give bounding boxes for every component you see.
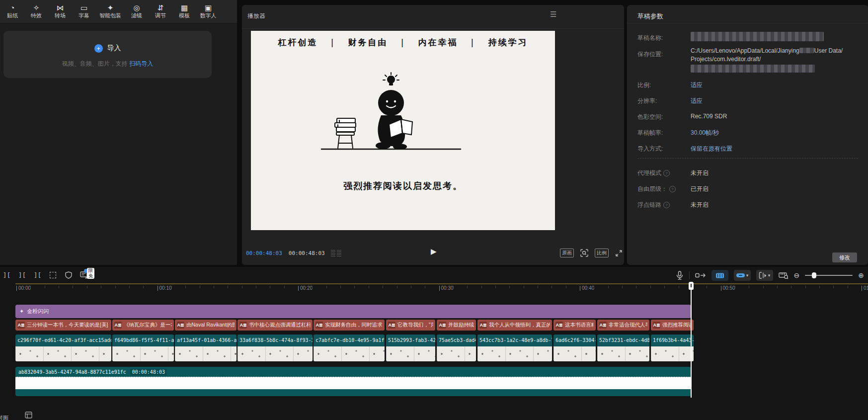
- preview-axis-button[interactable]: ▾: [756, 270, 773, 281]
- link-mode-button[interactable]: ▾: [734, 270, 751, 281]
- timeline-ruler[interactable]: 00:0000:1000:2000:3000:4000:5001:00: [0, 285, 868, 295]
- subtitle-clip[interactable]: A≣我个人从中领悟到，真正的富: [477, 320, 552, 331]
- toolbar-captions[interactable]: ▭字幕: [76, 4, 92, 19]
- import-button[interactable]: + 导入: [3, 44, 212, 53]
- timeline: ][ ][ ][ 限免: [0, 267, 868, 420]
- subtitle-clip[interactable]: A≣并鼓励持续学: [437, 320, 476, 331]
- subtitle-clip[interactable]: A≣三分钟读一本书，今天要读的是[美] 埃: [15, 320, 111, 331]
- video-clip[interactable]: 75ae5cb3-dad4-: [437, 335, 476, 361]
- subtitle-clip[interactable]: A≣强烈推荐阅读: [651, 320, 694, 331]
- player-controls: 00:00:48:03 00:00:48:03 ▶ 原画 比例: [242, 247, 624, 259]
- ruler-tick: [87, 286, 87, 288]
- modify-button[interactable]: 修改: [832, 252, 857, 262]
- split-left-icon[interactable]: ][: [2, 271, 11, 279]
- player-panel: 播放器 ☰ 杠杆创造|财务自由|内在幸福|持续学习: [242, 5, 624, 265]
- toolbar-effects[interactable]: ✧特效: [28, 4, 45, 19]
- split-right-icon[interactable]: ][: [33, 271, 42, 279]
- zoom-slider-thumb[interactable]: [812, 272, 816, 278]
- import-caption: 视频、音频、图片，支持 扫码导入: [3, 60, 212, 68]
- video-preview[interactable]: 杠杆创造|财务自由|内在幸福|持续学习: [251, 31, 555, 230]
- toolbar-filters[interactable]: ◎滤镜: [128, 4, 145, 19]
- playhead[interactable]: [689, 282, 694, 398]
- subtitle-clip[interactable]: A≣实现财务自由，同时追求内: [314, 320, 385, 331]
- player-menu-icon[interactable]: ☰: [550, 10, 556, 19]
- video-clip[interactable]: 33a6f838-5b8c-474a-8f93-353: [237, 335, 313, 361]
- record-voice-icon[interactable]: [676, 271, 684, 280]
- ruler-tick: [622, 286, 623, 288]
- ruler-tick: [354, 286, 355, 288]
- zoom-out-icon[interactable]: ⊖: [794, 272, 800, 279]
- ratio-value[interactable]: 适应: [691, 81, 703, 89]
- transition-icon: ⋈: [57, 4, 64, 11]
- video-menu-item: 财务自由: [335, 37, 401, 48]
- ruler-tick: [735, 286, 735, 288]
- video-clip[interactable]: f649bd86-f5f5-4f11-ae32: [112, 335, 174, 361]
- video-menu-item: 持续学习: [475, 37, 541, 48]
- effects-icon: ✧: [33, 4, 40, 11]
- video-clip[interactable]: 515b2993-fab3-426: [386, 335, 435, 361]
- help-icon[interactable]: ?: [663, 202, 670, 208]
- effect-track-gold-sparkle[interactable]: ✦ 金粉闪闪: [15, 305, 691, 318]
- plus-icon: +: [94, 44, 103, 53]
- subtitle-clip[interactable]: A≣这本书语言精: [553, 320, 596, 331]
- scan-import-link[interactable]: 扫码导入: [129, 60, 153, 67]
- video-clip-thumbnails: [477, 346, 552, 361]
- frames-grid-icon[interactable]: [331, 250, 341, 256]
- audio-track-clip[interactable]: ab832049-3ab5-4247-94a8-8877c11e91fc 00:…: [15, 367, 691, 396]
- sparkle-icon: ✦: [19, 308, 24, 315]
- help-icon[interactable]: ?: [669, 186, 676, 192]
- resolution-value[interactable]: 适应: [691, 97, 703, 105]
- adjust-icon: ⇵: [158, 4, 164, 11]
- ruler-tick: [16, 286, 17, 291]
- video-clip[interactable]: af13a45f-01ab-4366-a77: [175, 335, 237, 361]
- proxy-mode-value: 未开启: [691, 169, 709, 177]
- import-mode-value[interactable]: 保留在原有位置: [691, 145, 732, 153]
- text-badge-icon: A≣: [555, 322, 563, 329]
- video-clip[interactable]: 52bf3231-ebdc-4d81-: [597, 335, 649, 361]
- zoom-in-icon[interactable]: ⊕: [858, 272, 864, 279]
- quality-button[interactable]: 原画: [560, 249, 574, 257]
- toolbar-label: 特效: [31, 12, 42, 19]
- toolbar-smart-pack[interactable]: ✦智能包装: [99, 4, 121, 19]
- toolbar-digital-human[interactable]: ▣数字人: [200, 4, 217, 19]
- help-icon[interactable]: ?: [663, 170, 670, 176]
- play-button[interactable]: ▶: [431, 247, 437, 256]
- toolbar-transition[interactable]: ⋈转场: [52, 4, 69, 19]
- preview-frame-button[interactable]: [711, 270, 728, 281]
- video-clip-thumbnails: [437, 346, 476, 361]
- snap-icon[interactable]: [695, 272, 706, 279]
- resolution-label: 分辨率:: [637, 97, 657, 105]
- toolbar-templates[interactable]: ▦模板: [176, 4, 193, 19]
- ruler-tick: [721, 286, 721, 291]
- crop-icon[interactable]: [49, 271, 57, 279]
- subtitle-clip[interactable]: A≣非常适合现代人寻求: [597, 320, 649, 331]
- video-clip[interactable]: c296f70f-ed61-4c20-af3f-acc15addade: [15, 335, 111, 361]
- float-link-label: 浮点链路?: [637, 201, 670, 209]
- subtitle-clip[interactable]: A≣书中核心观点强调通过杠杆（: [237, 320, 313, 331]
- ratio-button[interactable]: 比例: [595, 249, 609, 257]
- free-layer-label: 自由层级：?: [637, 185, 676, 193]
- subtitle-clip[interactable]: A≣它教导我们，"用: [386, 320, 435, 331]
- video-clip[interactable]: 543cc7b3-1a2c-48e9-a8db-74: [477, 335, 552, 361]
- subtitle-clip[interactable]: A≣《纳瓦尔宝典》是一本: [112, 320, 174, 331]
- text-badge-icon: A≣: [17, 322, 25, 329]
- video-clip[interactable]: 6ad6c2f6-3304-: [553, 335, 596, 361]
- timeline-zoom-slider[interactable]: [805, 275, 853, 276]
- toolbar-adjust[interactable]: ⇵调节: [152, 4, 169, 19]
- divider: [627, 23, 868, 23]
- video-clip[interactable]: c7abfc7e-db10-4e95-9a1f-7: [314, 335, 385, 361]
- shield-icon[interactable]: [64, 271, 73, 279]
- subtitle-clip[interactable]: A≣由Naval Ravikant的思: [175, 320, 237, 331]
- audio-clip-id: ab832049-3ab5-4247-94a8-8877c11e91fc: [18, 369, 126, 375]
- frame-rate-value[interactable]: 30.00帧/秒: [691, 129, 719, 137]
- fullscreen-icon[interactable]: [615, 250, 623, 257]
- toolbar-sticker[interactable]: ◔贴纸: [4, 4, 21, 19]
- video-clip[interactable]: 1f69b3b4-4a43-: [651, 335, 694, 361]
- ruler-tick: [425, 286, 425, 288]
- focus-zoom-icon[interactable]: [580, 249, 588, 257]
- cover-icon[interactable]: [25, 412, 32, 419]
- timeline-scale-icon[interactable]: [779, 271, 789, 279]
- ruler-tick: [481, 286, 482, 288]
- split-icon[interactable]: ][: [18, 271, 26, 279]
- ruler-tick: [101, 286, 101, 288]
